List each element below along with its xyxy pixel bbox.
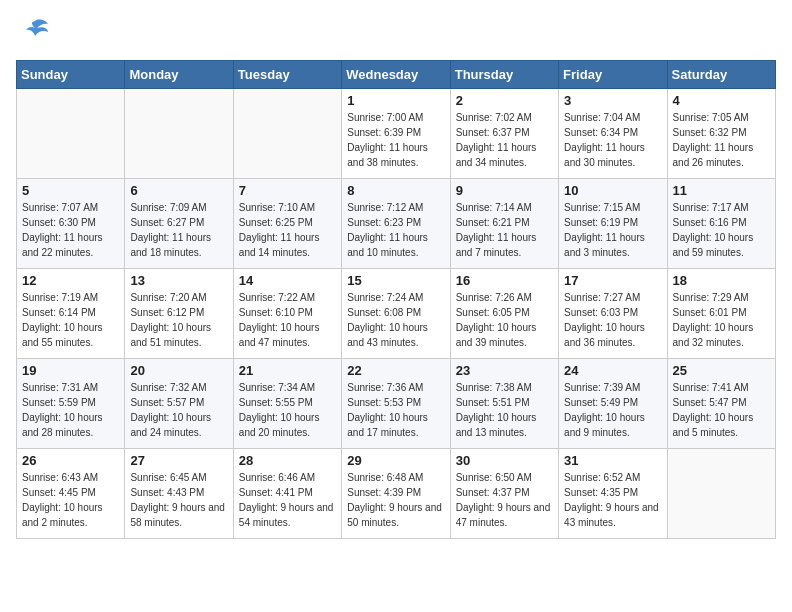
day-number: 21 xyxy=(239,363,336,378)
calendar-cell: 9 Sunrise: 7:14 AMSunset: 6:21 PMDayligh… xyxy=(450,179,558,269)
day-info: Sunrise: 7:10 AMSunset: 6:25 PMDaylight:… xyxy=(239,200,336,260)
calendar-cell: 19 Sunrise: 7:31 AMSunset: 5:59 PMDaylig… xyxy=(17,359,125,449)
calendar-cell: 2 Sunrise: 7:02 AMSunset: 6:37 PMDayligh… xyxy=(450,89,558,179)
calendar-cell: 7 Sunrise: 7:10 AMSunset: 6:25 PMDayligh… xyxy=(233,179,341,269)
calendar-cell: 14 Sunrise: 7:22 AMSunset: 6:10 PMDaylig… xyxy=(233,269,341,359)
day-info: Sunrise: 7:31 AMSunset: 5:59 PMDaylight:… xyxy=(22,380,119,440)
calendar-cell xyxy=(233,89,341,179)
calendar-cell: 28 Sunrise: 6:46 AMSunset: 4:41 PMDaylig… xyxy=(233,449,341,539)
calendar-cell: 4 Sunrise: 7:05 AMSunset: 6:32 PMDayligh… xyxy=(667,89,775,179)
day-number: 20 xyxy=(130,363,227,378)
day-number: 5 xyxy=(22,183,119,198)
logo-bird-icon xyxy=(20,16,50,50)
calendar-cell: 29 Sunrise: 6:48 AMSunset: 4:39 PMDaylig… xyxy=(342,449,450,539)
day-info: Sunrise: 7:00 AMSunset: 6:39 PMDaylight:… xyxy=(347,110,444,170)
day-number: 13 xyxy=(130,273,227,288)
calendar-header-friday: Friday xyxy=(559,61,667,89)
day-number: 7 xyxy=(239,183,336,198)
day-number: 22 xyxy=(347,363,444,378)
calendar-cell xyxy=(125,89,233,179)
day-info: Sunrise: 7:24 AMSunset: 6:08 PMDaylight:… xyxy=(347,290,444,350)
calendar-cell: 20 Sunrise: 7:32 AMSunset: 5:57 PMDaylig… xyxy=(125,359,233,449)
calendar-cell xyxy=(17,89,125,179)
day-number: 2 xyxy=(456,93,553,108)
day-number: 18 xyxy=(673,273,770,288)
day-info: Sunrise: 7:09 AMSunset: 6:27 PMDaylight:… xyxy=(130,200,227,260)
calendar-header-sunday: Sunday xyxy=(17,61,125,89)
day-number: 27 xyxy=(130,453,227,468)
calendar-cell: 15 Sunrise: 7:24 AMSunset: 6:08 PMDaylig… xyxy=(342,269,450,359)
day-number: 29 xyxy=(347,453,444,468)
day-number: 3 xyxy=(564,93,661,108)
day-number: 11 xyxy=(673,183,770,198)
day-number: 1 xyxy=(347,93,444,108)
day-info: Sunrise: 7:05 AMSunset: 6:32 PMDaylight:… xyxy=(673,110,770,170)
calendar-header-monday: Monday xyxy=(125,61,233,89)
calendar-cell: 11 Sunrise: 7:17 AMSunset: 6:16 PMDaylig… xyxy=(667,179,775,269)
calendar-header-tuesday: Tuesday xyxy=(233,61,341,89)
day-info: Sunrise: 6:50 AMSunset: 4:37 PMDaylight:… xyxy=(456,470,553,530)
day-number: 6 xyxy=(130,183,227,198)
day-number: 12 xyxy=(22,273,119,288)
day-info: Sunrise: 6:52 AMSunset: 4:35 PMDaylight:… xyxy=(564,470,661,530)
day-number: 9 xyxy=(456,183,553,198)
day-info: Sunrise: 6:45 AMSunset: 4:43 PMDaylight:… xyxy=(130,470,227,530)
day-info: Sunrise: 7:07 AMSunset: 6:30 PMDaylight:… xyxy=(22,200,119,260)
calendar-cell: 30 Sunrise: 6:50 AMSunset: 4:37 PMDaylig… xyxy=(450,449,558,539)
day-number: 15 xyxy=(347,273,444,288)
calendar-cell: 16 Sunrise: 7:26 AMSunset: 6:05 PMDaylig… xyxy=(450,269,558,359)
day-number: 8 xyxy=(347,183,444,198)
calendar-cell: 5 Sunrise: 7:07 AMSunset: 6:30 PMDayligh… xyxy=(17,179,125,269)
logo xyxy=(16,16,50,50)
day-info: Sunrise: 6:46 AMSunset: 4:41 PMDaylight:… xyxy=(239,470,336,530)
day-info: Sunrise: 7:41 AMSunset: 5:47 PMDaylight:… xyxy=(673,380,770,440)
day-info: Sunrise: 7:19 AMSunset: 6:14 PMDaylight:… xyxy=(22,290,119,350)
calendar-cell: 1 Sunrise: 7:00 AMSunset: 6:39 PMDayligh… xyxy=(342,89,450,179)
calendar-week-row: 19 Sunrise: 7:31 AMSunset: 5:59 PMDaylig… xyxy=(17,359,776,449)
calendar-cell: 21 Sunrise: 7:34 AMSunset: 5:55 PMDaylig… xyxy=(233,359,341,449)
day-number: 16 xyxy=(456,273,553,288)
calendar-cell: 22 Sunrise: 7:36 AMSunset: 5:53 PMDaylig… xyxy=(342,359,450,449)
calendar-cell: 8 Sunrise: 7:12 AMSunset: 6:23 PMDayligh… xyxy=(342,179,450,269)
day-info: Sunrise: 7:34 AMSunset: 5:55 PMDaylight:… xyxy=(239,380,336,440)
calendar-cell: 17 Sunrise: 7:27 AMSunset: 6:03 PMDaylig… xyxy=(559,269,667,359)
day-info: Sunrise: 7:32 AMSunset: 5:57 PMDaylight:… xyxy=(130,380,227,440)
day-info: Sunrise: 7:04 AMSunset: 6:34 PMDaylight:… xyxy=(564,110,661,170)
calendar-cell: 24 Sunrise: 7:39 AMSunset: 5:49 PMDaylig… xyxy=(559,359,667,449)
day-info: Sunrise: 6:48 AMSunset: 4:39 PMDaylight:… xyxy=(347,470,444,530)
calendar-cell: 3 Sunrise: 7:04 AMSunset: 6:34 PMDayligh… xyxy=(559,89,667,179)
day-info: Sunrise: 7:14 AMSunset: 6:21 PMDaylight:… xyxy=(456,200,553,260)
day-info: Sunrise: 7:15 AMSunset: 6:19 PMDaylight:… xyxy=(564,200,661,260)
day-number: 26 xyxy=(22,453,119,468)
calendar-header-thursday: Thursday xyxy=(450,61,558,89)
day-number: 31 xyxy=(564,453,661,468)
calendar-week-row: 1 Sunrise: 7:00 AMSunset: 6:39 PMDayligh… xyxy=(17,89,776,179)
day-info: Sunrise: 7:20 AMSunset: 6:12 PMDaylight:… xyxy=(130,290,227,350)
calendar-header-saturday: Saturday xyxy=(667,61,775,89)
calendar-cell xyxy=(667,449,775,539)
day-number: 30 xyxy=(456,453,553,468)
day-info: Sunrise: 7:38 AMSunset: 5:51 PMDaylight:… xyxy=(456,380,553,440)
calendar-cell: 31 Sunrise: 6:52 AMSunset: 4:35 PMDaylig… xyxy=(559,449,667,539)
calendar-header-row: SundayMondayTuesdayWednesdayThursdayFrid… xyxy=(17,61,776,89)
day-number: 17 xyxy=(564,273,661,288)
day-number: 14 xyxy=(239,273,336,288)
calendar-cell: 23 Sunrise: 7:38 AMSunset: 5:51 PMDaylig… xyxy=(450,359,558,449)
calendar-cell: 25 Sunrise: 7:41 AMSunset: 5:47 PMDaylig… xyxy=(667,359,775,449)
day-number: 10 xyxy=(564,183,661,198)
day-info: Sunrise: 7:02 AMSunset: 6:37 PMDaylight:… xyxy=(456,110,553,170)
calendar-cell: 12 Sunrise: 7:19 AMSunset: 6:14 PMDaylig… xyxy=(17,269,125,359)
day-number: 19 xyxy=(22,363,119,378)
calendar-cell: 6 Sunrise: 7:09 AMSunset: 6:27 PMDayligh… xyxy=(125,179,233,269)
day-info: Sunrise: 7:29 AMSunset: 6:01 PMDaylight:… xyxy=(673,290,770,350)
day-number: 25 xyxy=(673,363,770,378)
calendar-cell: 26 Sunrise: 6:43 AMSunset: 4:45 PMDaylig… xyxy=(17,449,125,539)
calendar-cell: 27 Sunrise: 6:45 AMSunset: 4:43 PMDaylig… xyxy=(125,449,233,539)
day-info: Sunrise: 7:12 AMSunset: 6:23 PMDaylight:… xyxy=(347,200,444,260)
calendar-cell: 13 Sunrise: 7:20 AMSunset: 6:12 PMDaylig… xyxy=(125,269,233,359)
calendar-cell: 18 Sunrise: 7:29 AMSunset: 6:01 PMDaylig… xyxy=(667,269,775,359)
day-number: 4 xyxy=(673,93,770,108)
calendar-cell: 10 Sunrise: 7:15 AMSunset: 6:19 PMDaylig… xyxy=(559,179,667,269)
page-header xyxy=(16,16,776,50)
calendar-week-row: 26 Sunrise: 6:43 AMSunset: 4:45 PMDaylig… xyxy=(17,449,776,539)
